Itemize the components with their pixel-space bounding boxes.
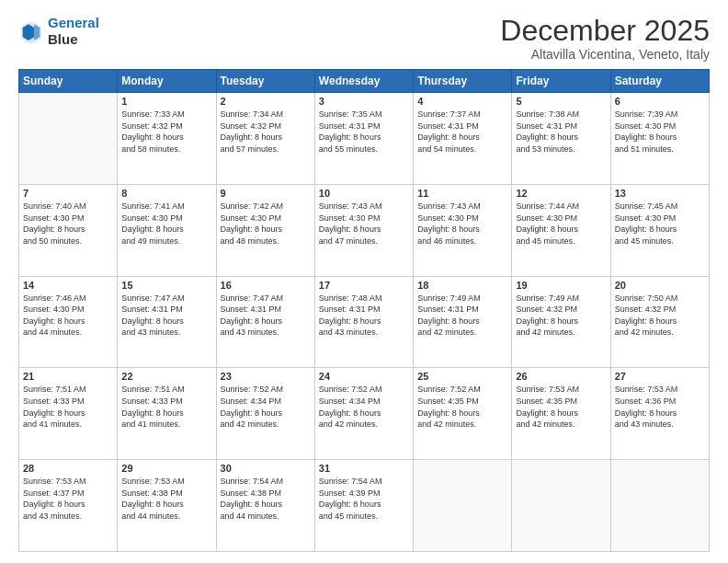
day-number: 16 [221, 280, 311, 291]
day-info: Sunrise: 7:33 AM Sunset: 4:32 PM Dayligh… [121, 109, 211, 155]
calendar-cell [414, 460, 512, 552]
logo: General Blue [18, 15, 99, 48]
day-info: Sunrise: 7:43 AM Sunset: 4:30 PM Dayligh… [319, 201, 409, 247]
day-number: 6 [615, 96, 705, 107]
calendar-cell: 20Sunrise: 7:50 AM Sunset: 4:32 PM Dayli… [610, 276, 709, 368]
day-number: 15 [121, 280, 211, 291]
day-info: Sunrise: 7:50 AM Sunset: 4:32 PM Dayligh… [615, 293, 705, 339]
calendar-cell: 3Sunrise: 7:35 AM Sunset: 4:31 PM Daylig… [314, 93, 413, 185]
day-info: Sunrise: 7:53 AM Sunset: 4:36 PM Dayligh… [615, 384, 705, 430]
calendar-cell: 14Sunrise: 7:46 AM Sunset: 4:30 PM Dayli… [19, 276, 118, 368]
logo-icon [18, 18, 44, 44]
calendar-week-row: 14Sunrise: 7:46 AM Sunset: 4:30 PM Dayli… [19, 276, 710, 368]
calendar-cell [512, 460, 610, 552]
title-block: December 2025 Altavilla Vicentina, Venet… [500, 15, 710, 62]
calendar-cell: 8Sunrise: 7:41 AM Sunset: 4:30 PM Daylig… [118, 184, 216, 276]
day-info: Sunrise: 7:47 AM Sunset: 4:31 PM Dayligh… [121, 293, 211, 339]
calendar-cell: 22Sunrise: 7:51 AM Sunset: 4:33 PM Dayli… [118, 368, 216, 460]
main-title: December 2025 [500, 15, 710, 47]
day-info: Sunrise: 7:54 AM Sunset: 4:39 PM Dayligh… [319, 476, 409, 522]
calendar-cell [610, 460, 709, 552]
day-info: Sunrise: 7:52 AM Sunset: 4:35 PM Dayligh… [417, 384, 507, 430]
calendar-table: SundayMondayTuesdayWednesdayThursdayFrid… [18, 69, 710, 552]
day-number: 18 [417, 280, 507, 291]
calendar-cell: 28Sunrise: 7:53 AM Sunset: 4:37 PM Dayli… [19, 460, 118, 552]
calendar-cell: 13Sunrise: 7:45 AM Sunset: 4:30 PM Dayli… [610, 184, 709, 276]
day-number: 24 [319, 371, 409, 382]
calendar-cell: 31Sunrise: 7:54 AM Sunset: 4:39 PM Dayli… [314, 460, 413, 552]
day-number: 4 [417, 96, 507, 107]
calendar-cell: 6Sunrise: 7:39 AM Sunset: 4:30 PM Daylig… [610, 93, 709, 185]
calendar-week-row: 1Sunrise: 7:33 AM Sunset: 4:32 PM Daylig… [19, 93, 710, 185]
calendar-cell: 21Sunrise: 7:51 AM Sunset: 4:33 PM Dayli… [19, 368, 118, 460]
day-info: Sunrise: 7:39 AM Sunset: 4:30 PM Dayligh… [615, 109, 705, 155]
day-info: Sunrise: 7:48 AM Sunset: 4:31 PM Dayligh… [319, 293, 409, 339]
calendar-cell: 19Sunrise: 7:49 AM Sunset: 4:32 PM Dayli… [512, 276, 610, 368]
day-info: Sunrise: 7:49 AM Sunset: 4:32 PM Dayligh… [516, 293, 606, 339]
day-number: 17 [319, 280, 409, 291]
day-info: Sunrise: 7:43 AM Sunset: 4:30 PM Dayligh… [417, 201, 507, 247]
calendar-cell: 7Sunrise: 7:40 AM Sunset: 4:30 PM Daylig… [19, 184, 118, 276]
calendar-week-row: 7Sunrise: 7:40 AM Sunset: 4:30 PM Daylig… [19, 184, 710, 276]
day-info: Sunrise: 7:46 AM Sunset: 4:30 PM Dayligh… [23, 293, 113, 339]
calendar-cell: 2Sunrise: 7:34 AM Sunset: 4:32 PM Daylig… [216, 93, 314, 185]
day-info: Sunrise: 7:51 AM Sunset: 4:33 PM Dayligh… [121, 384, 211, 430]
day-number: 5 [516, 96, 606, 107]
day-info: Sunrise: 7:34 AM Sunset: 4:32 PM Dayligh… [221, 109, 311, 155]
day-number: 28 [23, 463, 113, 474]
calendar-cell: 11Sunrise: 7:43 AM Sunset: 4:30 PM Dayli… [414, 184, 512, 276]
weekday-header: Sunday [19, 70, 118, 93]
calendar-cell: 18Sunrise: 7:49 AM Sunset: 4:31 PM Dayli… [414, 276, 512, 368]
day-info: Sunrise: 7:45 AM Sunset: 4:30 PM Dayligh… [615, 201, 705, 247]
day-info: Sunrise: 7:44 AM Sunset: 4:30 PM Dayligh… [516, 201, 606, 247]
day-info: Sunrise: 7:35 AM Sunset: 4:31 PM Dayligh… [319, 109, 409, 155]
calendar-cell: 4Sunrise: 7:37 AM Sunset: 4:31 PM Daylig… [414, 93, 512, 185]
day-info: Sunrise: 7:40 AM Sunset: 4:30 PM Dayligh… [23, 201, 113, 247]
calendar-cell: 27Sunrise: 7:53 AM Sunset: 4:36 PM Dayli… [610, 368, 709, 460]
day-number: 21 [23, 371, 113, 382]
day-number: 12 [516, 188, 606, 199]
day-info: Sunrise: 7:41 AM Sunset: 4:30 PM Dayligh… [121, 201, 211, 247]
calendar-cell: 1Sunrise: 7:33 AM Sunset: 4:32 PM Daylig… [118, 93, 216, 185]
subtitle: Altavilla Vicentina, Veneto, Italy [500, 47, 710, 62]
day-number: 10 [319, 188, 409, 199]
calendar-cell [19, 93, 118, 185]
calendar-header-row: SundayMondayTuesdayWednesdayThursdayFrid… [19, 70, 710, 93]
calendar-cell: 5Sunrise: 7:38 AM Sunset: 4:31 PM Daylig… [512, 93, 610, 185]
day-info: Sunrise: 7:53 AM Sunset: 4:35 PM Dayligh… [516, 384, 606, 430]
calendar-cell: 12Sunrise: 7:44 AM Sunset: 4:30 PM Dayli… [512, 184, 610, 276]
day-number: 31 [319, 463, 409, 474]
day-number: 1 [121, 96, 211, 107]
calendar-week-row: 21Sunrise: 7:51 AM Sunset: 4:33 PM Dayli… [19, 368, 710, 460]
weekday-header: Friday [512, 70, 610, 93]
day-info: Sunrise: 7:51 AM Sunset: 4:33 PM Dayligh… [23, 384, 113, 430]
logo-text: General Blue [48, 15, 99, 48]
day-number: 25 [417, 371, 507, 382]
day-info: Sunrise: 7:49 AM Sunset: 4:31 PM Dayligh… [417, 293, 507, 339]
day-number: 2 [221, 96, 311, 107]
calendar-cell: 9Sunrise: 7:42 AM Sunset: 4:30 PM Daylig… [216, 184, 314, 276]
day-number: 3 [319, 96, 409, 107]
day-number: 11 [417, 188, 507, 199]
calendar-cell: 26Sunrise: 7:53 AM Sunset: 4:35 PM Dayli… [512, 368, 610, 460]
day-info: Sunrise: 7:52 AM Sunset: 4:34 PM Dayligh… [221, 384, 311, 430]
day-info: Sunrise: 7:54 AM Sunset: 4:38 PM Dayligh… [221, 476, 311, 522]
day-info: Sunrise: 7:53 AM Sunset: 4:37 PM Dayligh… [23, 476, 113, 522]
calendar-cell: 23Sunrise: 7:52 AM Sunset: 4:34 PM Dayli… [216, 368, 314, 460]
day-number: 20 [615, 280, 705, 291]
calendar-cell: 10Sunrise: 7:43 AM Sunset: 4:30 PM Dayli… [314, 184, 413, 276]
day-number: 29 [121, 463, 211, 474]
day-info: Sunrise: 7:47 AM Sunset: 4:31 PM Dayligh… [221, 293, 311, 339]
weekday-header: Wednesday [314, 70, 413, 93]
day-number: 19 [516, 280, 606, 291]
page: General Blue December 2025 Altavilla Vic… [0, 0, 728, 563]
day-info: Sunrise: 7:53 AM Sunset: 4:38 PM Dayligh… [121, 476, 211, 522]
weekday-header: Thursday [414, 70, 512, 93]
day-info: Sunrise: 7:42 AM Sunset: 4:30 PM Dayligh… [221, 201, 311, 247]
day-number: 27 [615, 371, 705, 382]
day-info: Sunrise: 7:37 AM Sunset: 4:31 PM Dayligh… [417, 109, 507, 155]
day-number: 23 [221, 371, 311, 382]
calendar-cell: 17Sunrise: 7:48 AM Sunset: 4:31 PM Dayli… [314, 276, 413, 368]
day-info: Sunrise: 7:38 AM Sunset: 4:31 PM Dayligh… [516, 109, 606, 155]
day-number: 30 [221, 463, 311, 474]
